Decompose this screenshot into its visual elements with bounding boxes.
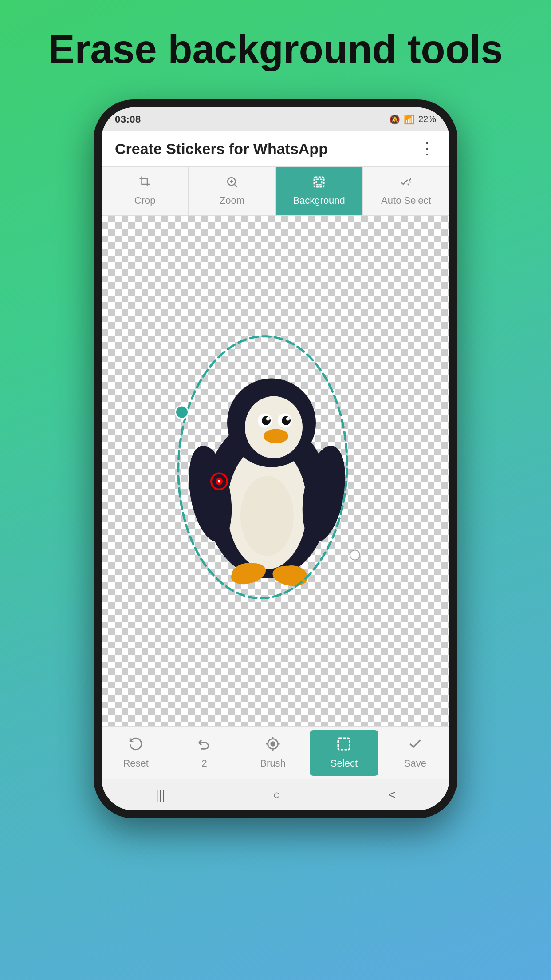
background-label: Background [293, 195, 345, 206]
autoselect-icon [399, 175, 413, 192]
bottom-select[interactable]: Select [310, 730, 378, 776]
control-dot-teal[interactable] [175, 405, 189, 419]
battery-text: 22% [418, 114, 436, 124]
promo-title: Erase background tools [12, 0, 538, 91]
tool-zoom[interactable]: Zoom [189, 167, 276, 215]
nav-back-icon[interactable]: < [388, 788, 395, 802]
svg-rect-31 [338, 738, 350, 750]
bottom-undo[interactable]: 2 [170, 727, 238, 779]
reset-label: Reset [123, 758, 148, 769]
reset-icon [128, 736, 143, 755]
nav-bar: ||| ○ < [102, 779, 449, 810]
select-icon [336, 736, 351, 755]
nav-home-icon[interactable]: ○ [273, 788, 280, 802]
background-icon [312, 175, 326, 192]
save-icon [408, 736, 423, 755]
status-bar: 03:08 🔕 📶 22% [102, 107, 449, 131]
crop-label: Crop [134, 195, 156, 206]
bottom-reset[interactable]: Reset [102, 727, 170, 779]
tool-crop[interactable]: Crop [102, 167, 189, 215]
brush-icon [265, 736, 280, 755]
selection-svg [174, 334, 365, 618]
svg-point-26 [271, 742, 275, 746]
penguin-container [183, 347, 351, 605]
app-title: Create Stickers for WhatsApp [115, 140, 328, 158]
zoom-label: Zoom [220, 195, 244, 206]
target-dot [209, 471, 229, 491]
autoselect-label: Auto Select [381, 195, 431, 206]
bottom-save[interactable]: Save [381, 727, 449, 779]
menu-button[interactable]: ⋮ [419, 139, 436, 158]
svg-rect-1 [314, 177, 324, 187]
phone-screen: 03:08 🔕 📶 22% Create Stickers for WhatsA… [102, 107, 449, 810]
crop-icon [138, 175, 152, 192]
undo-label: 2 [201, 758, 207, 769]
status-right: 🔕 📶 22% [389, 114, 436, 125]
zoom-icon [225, 175, 239, 192]
app-bar: Create Stickers for WhatsApp ⋮ [102, 131, 449, 167]
wifi-icon: 📶 [404, 114, 415, 125]
svg-point-24 [218, 480, 220, 482]
bottom-toolbar: Reset 2 [102, 726, 449, 779]
brush-label: Brush [260, 758, 285, 769]
svg-rect-2 [316, 179, 322, 185]
tool-background[interactable]: Background [276, 167, 363, 215]
canvas-area[interactable] [102, 216, 449, 726]
control-dot-white[interactable] [350, 549, 360, 560]
top-toolbar: Crop Zoom [102, 167, 449, 216]
undo-icon [197, 736, 212, 755]
tool-autoselect[interactable]: Auto Select [363, 167, 449, 215]
save-label: Save [404, 758, 426, 769]
svg-point-3 [165, 328, 360, 606]
phone-frame: 03:08 🔕 📶 22% Create Stickers for WhatsA… [94, 99, 457, 818]
phone-wrapper: 03:08 🔕 📶 22% Create Stickers for WhatsA… [83, 91, 468, 980]
select-label: Select [331, 758, 358, 769]
status-time: 03:08 [115, 114, 141, 125]
bottom-brush[interactable]: Brush [239, 727, 307, 779]
nav-menu-icon[interactable]: ||| [155, 788, 165, 802]
signal-icon: 🔕 [389, 114, 400, 125]
